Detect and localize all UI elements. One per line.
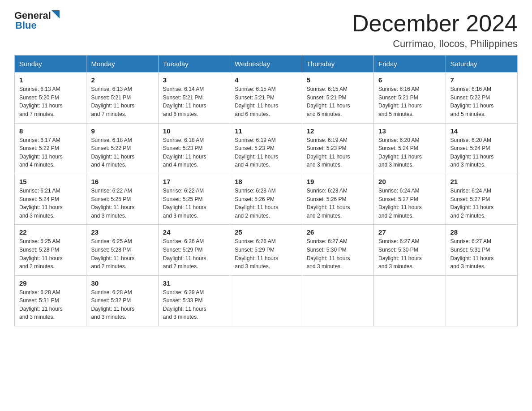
calendar-cell: 13 Sunrise: 6:20 AM Sunset: 5:24 PM Dayl… [374,123,446,174]
day-number: 22 [19,228,82,236]
calendar-cell: 7 Sunrise: 6:16 AM Sunset: 5:22 PM Dayli… [446,73,517,123]
week-row-3: 15 Sunrise: 6:21 AM Sunset: 5:24 PM Dayl… [15,174,518,224]
calendar-cell: 24 Sunrise: 6:26 AM Sunset: 5:29 PM Dayl… [158,225,230,275]
day-info: Sunrise: 6:28 AM Sunset: 5:32 PM Dayligh… [91,288,153,321]
day-header-monday: Monday [86,56,158,73]
calendar-cell: 22 Sunrise: 6:25 AM Sunset: 5:28 PM Dayl… [15,225,86,275]
day-info: Sunrise: 6:25 AM Sunset: 5:28 PM Dayligh… [91,237,153,270]
day-info: Sunrise: 6:21 AM Sunset: 5:24 PM Dayligh… [19,187,82,220]
day-info: Sunrise: 6:22 AM Sunset: 5:25 PM Dayligh… [91,187,153,220]
calendar-cell: 15 Sunrise: 6:21 AM Sunset: 5:24 PM Dayl… [15,174,86,224]
day-number: 3 [163,76,225,84]
calendar-cell: 8 Sunrise: 6:17 AM Sunset: 5:22 PM Dayli… [15,123,86,174]
calendar-cell: 28 Sunrise: 6:27 AM Sunset: 5:31 PM Dayl… [446,225,517,275]
day-number: 24 [163,228,225,236]
day-header-friday: Friday [374,56,446,73]
day-info: Sunrise: 6:15 AM Sunset: 5:21 PM Dayligh… [235,85,297,118]
calendar-cell: 14 Sunrise: 6:20 AM Sunset: 5:24 PM Dayl… [446,123,517,174]
day-number: 2 [91,76,153,84]
calendar-cell: 25 Sunrise: 6:26 AM Sunset: 5:29 PM Dayl… [230,225,302,275]
calendar-cell: 11 Sunrise: 6:19 AM Sunset: 5:23 PM Dayl… [230,123,302,174]
day-info: Sunrise: 6:24 AM Sunset: 5:27 PM Dayligh… [378,187,441,220]
calendar-cell: 23 Sunrise: 6:25 AM Sunset: 5:28 PM Dayl… [86,225,158,275]
day-info: Sunrise: 6:18 AM Sunset: 5:22 PM Dayligh… [91,136,153,169]
day-info: Sunrise: 6:23 AM Sunset: 5:26 PM Dayligh… [307,187,369,220]
calendar-cell: 6 Sunrise: 6:16 AM Sunset: 5:21 PM Dayli… [374,73,446,123]
day-number: 10 [163,127,225,135]
day-header-sunday: Sunday [15,56,86,73]
day-number: 11 [235,127,297,135]
day-number: 30 [91,279,153,287]
calendar-cell: 2 Sunrise: 6:13 AM Sunset: 5:21 PM Dayli… [86,73,158,123]
day-info: Sunrise: 6:29 AM Sunset: 5:33 PM Dayligh… [163,288,225,321]
calendar-cell: 18 Sunrise: 6:23 AM Sunset: 5:26 PM Dayl… [230,174,302,224]
day-number: 19 [307,178,369,185]
day-number: 4 [235,76,297,84]
day-number: 17 [163,178,225,185]
day-number: 15 [19,178,82,185]
day-info: Sunrise: 6:13 AM Sunset: 5:21 PM Dayligh… [91,85,153,118]
day-info: Sunrise: 6:26 AM Sunset: 5:29 PM Dayligh… [163,237,225,270]
day-number: 16 [91,178,153,185]
day-number: 6 [378,76,441,84]
calendar-cell: 29 Sunrise: 6:28 AM Sunset: 5:31 PM Dayl… [15,275,86,326]
calendar-cell: 21 Sunrise: 6:24 AM Sunset: 5:27 PM Dayl… [446,174,517,224]
logo-triangle-icon [51,10,60,18]
calendar-cell: 4 Sunrise: 6:15 AM Sunset: 5:21 PM Dayli… [230,73,302,123]
calendar-cell: 20 Sunrise: 6:24 AM Sunset: 5:27 PM Dayl… [374,174,446,224]
day-number: 29 [19,279,82,287]
calendar-cell: 26 Sunrise: 6:27 AM Sunset: 5:30 PM Dayl… [302,225,373,275]
week-row-4: 22 Sunrise: 6:25 AM Sunset: 5:28 PM Dayl… [15,225,518,275]
day-info: Sunrise: 6:15 AM Sunset: 5:21 PM Dayligh… [307,85,369,118]
calendar-cell [302,275,373,326]
location-subtitle: Currimao, Ilocos, Philippines [352,38,518,50]
day-info: Sunrise: 6:23 AM Sunset: 5:26 PM Dayligh… [235,187,297,220]
day-header-wednesday: Wednesday [230,56,302,73]
day-number: 23 [91,228,153,236]
day-info: Sunrise: 6:17 AM Sunset: 5:22 PM Dayligh… [19,136,82,169]
day-number: 27 [378,228,441,236]
calendar-cell: 3 Sunrise: 6:14 AM Sunset: 5:21 PM Dayli… [158,73,230,123]
day-number: 28 [450,228,513,236]
week-row-5: 29 Sunrise: 6:28 AM Sunset: 5:31 PM Dayl… [15,275,518,326]
day-info: Sunrise: 6:27 AM Sunset: 5:31 PM Dayligh… [450,237,513,270]
calendar-cell [230,275,302,326]
day-number: 13 [378,127,441,135]
day-number: 25 [235,228,297,236]
logo: General Blue [14,11,60,31]
day-info: Sunrise: 6:20 AM Sunset: 5:24 PM Dayligh… [378,136,441,169]
calendar-cell: 27 Sunrise: 6:27 AM Sunset: 5:30 PM Dayl… [374,225,446,275]
page-header: General Blue December 2024 Currimao, Ilo… [14,11,518,50]
day-headers-row: SundayMondayTuesdayWednesdayThursdayFrid… [15,56,518,73]
logo-blue: Blue [14,20,37,31]
day-info: Sunrise: 6:18 AM Sunset: 5:23 PM Dayligh… [163,136,225,169]
calendar-cell [446,275,517,326]
day-info: Sunrise: 6:20 AM Sunset: 5:24 PM Dayligh… [450,136,513,169]
day-number: 31 [163,279,225,287]
day-header-thursday: Thursday [302,56,373,73]
calendar-cell [374,275,446,326]
calendar-cell: 9 Sunrise: 6:18 AM Sunset: 5:22 PM Dayli… [86,123,158,174]
day-number: 18 [235,178,297,185]
day-number: 8 [19,127,82,135]
calendar-cell: 12 Sunrise: 6:19 AM Sunset: 5:23 PM Dayl… [302,123,373,174]
day-number: 9 [91,127,153,135]
day-number: 1 [19,76,82,84]
month-title: December 2024 [352,11,518,36]
day-header-saturday: Saturday [446,56,517,73]
calendar-table: SundayMondayTuesdayWednesdayThursdayFrid… [14,55,518,326]
calendar-cell: 31 Sunrise: 6:29 AM Sunset: 5:33 PM Dayl… [158,275,230,326]
week-row-1: 1 Sunrise: 6:13 AM Sunset: 5:20 PM Dayli… [15,73,518,123]
calendar-cell: 16 Sunrise: 6:22 AM Sunset: 5:25 PM Dayl… [86,174,158,224]
day-info: Sunrise: 6:27 AM Sunset: 5:30 PM Dayligh… [307,237,369,270]
day-info: Sunrise: 6:22 AM Sunset: 5:25 PM Dayligh… [163,187,225,220]
day-info: Sunrise: 6:19 AM Sunset: 5:23 PM Dayligh… [235,136,297,169]
calendar-cell: 19 Sunrise: 6:23 AM Sunset: 5:26 PM Dayl… [302,174,373,224]
day-info: Sunrise: 6:16 AM Sunset: 5:22 PM Dayligh… [450,85,513,118]
day-number: 26 [307,228,369,236]
day-info: Sunrise: 6:25 AM Sunset: 5:28 PM Dayligh… [19,237,82,270]
day-info: Sunrise: 6:19 AM Sunset: 5:23 PM Dayligh… [307,136,369,169]
day-info: Sunrise: 6:16 AM Sunset: 5:21 PM Dayligh… [378,85,441,118]
day-number: 7 [450,76,513,84]
day-info: Sunrise: 6:27 AM Sunset: 5:30 PM Dayligh… [378,237,441,270]
